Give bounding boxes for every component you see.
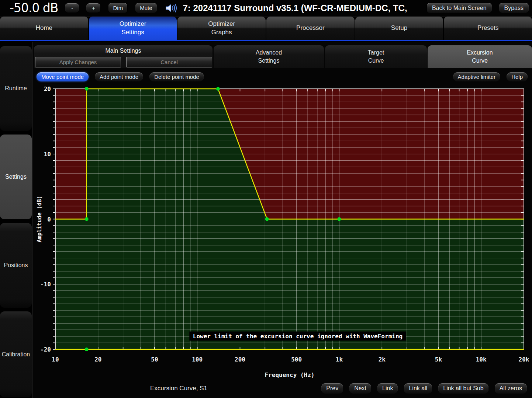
y-tick-label: -20	[40, 346, 51, 353]
tab-processor[interactable]: Processor	[266, 17, 355, 40]
link-button[interactable]: Link	[377, 383, 398, 394]
apply-changes-button[interactable]: Apply Changes	[35, 57, 121, 67]
sidebar-item-positions[interactable]: Positions	[0, 223, 32, 308]
preset-title: 7: 20241117 Surround v35.1 (WF-CR-MEDIUM…	[183, 3, 407, 13]
tab-presets[interactable]: Presets	[444, 17, 532, 40]
x-tick-label: 50	[151, 356, 158, 363]
annotation-text: Lower limit of the excursion curve ignor…	[193, 333, 403, 340]
y-tick-label: 0	[47, 216, 51, 223]
x-tick-label: 500	[291, 356, 302, 363]
tab-setup[interactable]: Setup	[355, 17, 443, 40]
tab-label: Graphs	[211, 28, 232, 36]
sidebar-item-settings[interactable]: Settings	[0, 135, 32, 219]
tab-label: Processor	[296, 24, 325, 32]
tab-label: Home	[36, 24, 52, 32]
x-tick-label: 200	[235, 356, 245, 363]
main-settings-title: Main Settings	[34, 48, 213, 54]
x-tick-label: 2k	[379, 356, 386, 363]
link-all-but-sub-button[interactable]: Link all but Sub	[438, 383, 488, 394]
mode-toolbar: Move point mode Add point mode Delete po…	[37, 72, 528, 81]
adaptive-limiter-button[interactable]: Adaptive limiter	[453, 72, 501, 81]
subtab-label: Curve	[472, 57, 488, 65]
x-tick-label: 10k	[476, 356, 487, 363]
curve-point-handle[interactable]	[338, 217, 341, 221]
subtab-label: Settings	[258, 57, 280, 65]
x-tick-label: 1k	[336, 356, 343, 363]
speaker-icon	[165, 3, 178, 13]
dim-button[interactable]: Dim	[108, 3, 128, 13]
y-tick-label: -10	[40, 281, 51, 288]
bypass-button[interactable]: Bypass	[499, 3, 529, 13]
x-axis-title: Frequency (Hz)	[265, 371, 315, 378]
help-button[interactable]: Help	[507, 72, 528, 81]
y-tick-label: 10	[44, 151, 51, 158]
tab-label: Setup	[391, 24, 407, 32]
delete-point-mode-button[interactable]: Delete point mode	[149, 72, 204, 81]
subtab-advanced-settings[interactable]: Advanced Settings	[214, 45, 324, 68]
back-to-main-screen-button[interactable]: Back to Main Screen	[426, 3, 492, 13]
subtab-label: Advanced	[256, 49, 282, 57]
curve-point-handle[interactable]	[85, 217, 89, 221]
prev-button[interactable]: Prev	[321, 383, 343, 394]
add-point-mode-button[interactable]: Add point mode	[95, 72, 143, 81]
x-tick-label: 10	[52, 356, 59, 363]
sidebar-item-label: Settings	[5, 174, 27, 180]
tab-label: Settings	[121, 28, 144, 36]
x-tick-label: 100	[192, 356, 203, 363]
tab-optimizer-settings[interactable]: Optimizer Settings	[89, 17, 177, 40]
x-tick-label: 20	[94, 356, 101, 363]
master-volume-readout: -50.0 dB	[10, 1, 58, 15]
subtab-target-curve[interactable]: Target Curve	[325, 45, 427, 68]
sidebar-item-label: Positions	[4, 262, 28, 269]
y-tick-label: 20	[44, 85, 51, 92]
mute-button[interactable]: Mute	[135, 3, 157, 13]
subtab-excursion-curve[interactable]: Excursion Curve	[428, 45, 532, 68]
sidebar-item-label: Calibration	[2, 351, 30, 358]
link-all-button[interactable]: Link all	[404, 383, 432, 394]
next-button[interactable]: Next	[349, 383, 371, 394]
channel-label: Excursion Curve, S1	[150, 385, 207, 392]
subtab-label: Curve	[368, 57, 384, 65]
active-tab-underline	[0, 40, 532, 41]
volume-down-button[interactable]: -	[65, 3, 79, 13]
app-window: -50.0 dB - + Dim Mute 7: 20241117 Surrou…	[0, 0, 532, 398]
tab-label: Presets	[477, 24, 499, 32]
y-axis-title: Amplitude (dB)	[36, 196, 43, 242]
main-settings-section: Main Settings Apply Changes Cancel	[34, 45, 213, 68]
x-tick-label: 20k	[519, 356, 529, 363]
top-bar: -50.0 dB - + Dim Mute 7: 20241117 Surrou…	[0, 0, 532, 17]
curve-point-handle[interactable]	[85, 348, 89, 351]
tab-label: Optimizer	[208, 20, 235, 28]
volume-up-button[interactable]: +	[86, 3, 101, 13]
x-tick-label: 5k	[435, 356, 442, 363]
tab-home[interactable]: Home	[0, 17, 88, 40]
move-point-mode-button[interactable]: Move point mode	[37, 72, 89, 81]
subtab-label: Target	[368, 49, 384, 57]
cancel-button[interactable]: Cancel	[126, 57, 212, 67]
main-tab-bar: Home Optimizer Settings Optimizer Graphs…	[0, 17, 532, 40]
sidebar-item-label: Runtime	[5, 85, 27, 92]
curve-point-handle[interactable]	[265, 217, 269, 221]
curve-point-handle[interactable]	[85, 87, 89, 91]
tab-optimizer-graphs[interactable]: Optimizer Graphs	[177, 17, 266, 40]
footer-toolbar: Prev Next Link Link all Link all but Sub…	[321, 383, 527, 394]
excursion-curve-chart[interactable]: Lower limit of the excursion curve ignor…	[33, 83, 532, 381]
curve-point-handle[interactable]	[216, 87, 220, 91]
tab-label: Optimizer	[120, 20, 146, 28]
sidebar-item-calibration[interactable]: Calibration	[0, 311, 32, 397]
all-zeros-button[interactable]: All zeros	[495, 383, 527, 394]
subtab-label: Excursion	[467, 49, 493, 57]
sidebar-item-runtime[interactable]: Runtime	[0, 46, 32, 131]
